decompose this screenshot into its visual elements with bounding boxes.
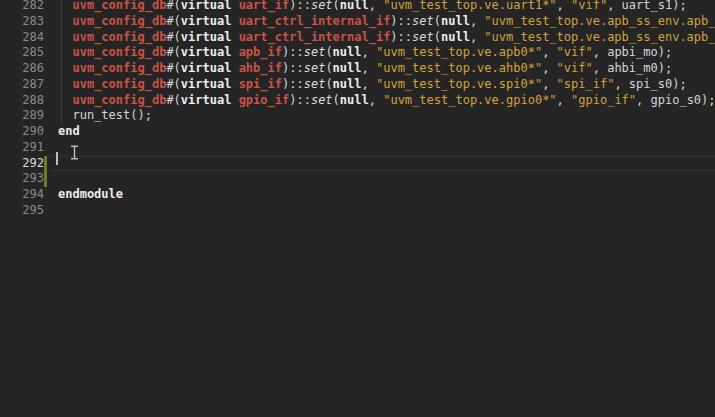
code-token: ):: <box>282 61 304 75</box>
code-token: uvm_config_db <box>72 14 166 28</box>
code-token: "uvm_test_top.ve.apb_ss_env.apb_uart <box>484 30 715 44</box>
code-token: ( <box>325 45 332 59</box>
code-token: virtual <box>181 61 232 75</box>
line-number[interactable]: 290 <box>0 124 44 140</box>
line-number[interactable]: 283 <box>0 14 44 30</box>
code-token: , <box>369 93 383 107</box>
code-line[interactable]: run_test(); <box>58 108 152 124</box>
code-line-row[interactable]: 288 uvm_config_db#(virtual gpio_if)::set… <box>0 93 715 109</box>
code-line-row[interactable]: 295 <box>0 203 715 219</box>
line-number[interactable]: 292 <box>0 156 44 172</box>
line-number[interactable]: 288 <box>0 93 44 109</box>
text-caret <box>56 152 58 165</box>
code-line[interactable]: end <box>58 124 80 140</box>
code-token: set <box>304 77 326 91</box>
code-token <box>231 45 238 59</box>
code-token: virtual <box>181 93 232 107</box>
code-line-row[interactable]: 285 uvm_config_db#(virtual apb_if)::set(… <box>0 45 715 61</box>
code-token: , <box>542 77 556 91</box>
code-token: "uvm_test_top.ve.uart1*" <box>383 0 556 12</box>
code-lines: 282 uvm_config_db#(virtual uart_if)::set… <box>0 0 715 219</box>
code-token: end <box>58 124 80 138</box>
code-line-row[interactable]: 284 uvm_config_db#(virtual uart_ctrl_int… <box>0 30 715 46</box>
line-number[interactable]: 286 <box>0 61 44 77</box>
code-token: "uvm_test_top.ve.apb_ss_env.apb_uart <box>484 14 715 28</box>
ibeam-cursor-icon <box>69 145 80 165</box>
code-line-row[interactable]: 287 uvm_config_db#(virtual spi_if)::set(… <box>0 77 715 93</box>
line-number[interactable]: 291 <box>0 140 44 156</box>
code-token: "uvm_test_top.ve.spi0*" <box>376 77 542 91</box>
code-token: , ahbi_m0); <box>593 61 672 75</box>
code-line-row[interactable]: 291 <box>0 140 715 156</box>
code-line[interactable]: uvm_config_db#(virtual spi_if)::set(null… <box>58 77 687 93</box>
code-token: ( <box>434 14 441 28</box>
line-number[interactable]: 295 <box>0 203 44 219</box>
code-token: ):: <box>282 77 304 91</box>
code-token: virtual <box>181 0 232 12</box>
code-token: uvm_config_db <box>72 61 166 75</box>
code-token: , <box>470 30 484 44</box>
code-token: "vif" <box>557 45 593 59</box>
code-token: run_test(); <box>58 108 152 122</box>
line-number[interactable]: 293 <box>0 171 44 187</box>
code-token: , spi_s0); <box>614 77 686 91</box>
code-token <box>231 0 238 12</box>
code-token <box>58 77 72 91</box>
code-line-row[interactable]: 289 run_test(); <box>0 108 715 124</box>
code-line-row[interactable]: 283 uvm_config_db#(virtual uart_ctrl_int… <box>0 14 715 30</box>
code-line[interactable]: uvm_config_db#(virtual gpio_if)::set(nul… <box>58 93 715 109</box>
code-token: set <box>304 45 326 59</box>
code-token: null <box>441 14 470 28</box>
code-token: ahb_if <box>239 61 282 75</box>
code-line-row[interactable]: 294endmodule <box>0 187 715 203</box>
code-token: #( <box>166 61 180 75</box>
code-token: gpio_if <box>239 93 290 107</box>
code-token: ):: <box>390 30 412 44</box>
code-line[interactable]: endmodule <box>58 187 123 203</box>
line-number[interactable]: 287 <box>0 77 44 93</box>
code-token <box>231 77 238 91</box>
line-number[interactable]: 285 <box>0 45 44 61</box>
code-token: "vif" <box>557 61 593 75</box>
code-token: set <box>412 14 434 28</box>
code-token: ( <box>325 61 332 75</box>
code-token: , <box>470 14 484 28</box>
code-token: virtual <box>181 77 232 91</box>
code-token: , uart_s1); <box>607 0 686 12</box>
code-line[interactable]: uvm_config_db#(virtual uart_ctrl_interna… <box>58 30 715 46</box>
code-line[interactable]: uvm_config_db#(virtual ahb_if)::set(null… <box>58 61 672 77</box>
code-token: uart_if <box>239 0 290 12</box>
code-token: #( <box>166 30 180 44</box>
code-token <box>231 61 238 75</box>
code-token <box>231 14 238 28</box>
code-token: null <box>340 93 369 107</box>
code-line[interactable]: uvm_config_db#(virtual uart_if)::set(nul… <box>58 0 687 14</box>
code-editor[interactable]: 282 uvm_config_db#(virtual uart_if)::set… <box>0 0 715 417</box>
code-token: apb_if <box>239 45 282 59</box>
code-token: null <box>333 77 362 91</box>
code-line-row[interactable]: 286 uvm_config_db#(virtual ahb_if)::set(… <box>0 61 715 77</box>
code-token: uvm_config_db <box>72 0 166 12</box>
code-token: uart_ctrl_internal_if <box>239 30 391 44</box>
code-line-row[interactable]: 293 <box>0 171 715 187</box>
line-number[interactable]: 289 <box>0 108 44 124</box>
code-token: "uvm_test_top.ve.apb0*" <box>376 45 542 59</box>
code-line-row[interactable]: 290end <box>0 124 715 140</box>
code-token: virtual <box>181 45 232 59</box>
code-token: , <box>557 0 571 12</box>
code-line-row[interactable]: 292 <box>0 156 715 172</box>
code-token: , <box>362 45 376 59</box>
code-line-row[interactable]: 282 uvm_config_db#(virtual uart_if)::set… <box>0 0 715 14</box>
code-token <box>231 93 238 107</box>
line-number[interactable]: 284 <box>0 30 44 46</box>
code-token: , <box>542 61 556 75</box>
line-number[interactable]: 294 <box>0 187 44 203</box>
line-number[interactable]: 282 <box>0 0 44 14</box>
code-token: #( <box>166 77 180 91</box>
code-token: , <box>362 77 376 91</box>
code-token: ):: <box>289 93 311 107</box>
code-token: ( <box>325 77 332 91</box>
code-line[interactable]: uvm_config_db#(virtual uart_ctrl_interna… <box>58 14 715 30</box>
code-line[interactable]: uvm_config_db#(virtual apb_if)::set(null… <box>58 45 672 61</box>
code-token: uvm_config_db <box>72 77 166 91</box>
